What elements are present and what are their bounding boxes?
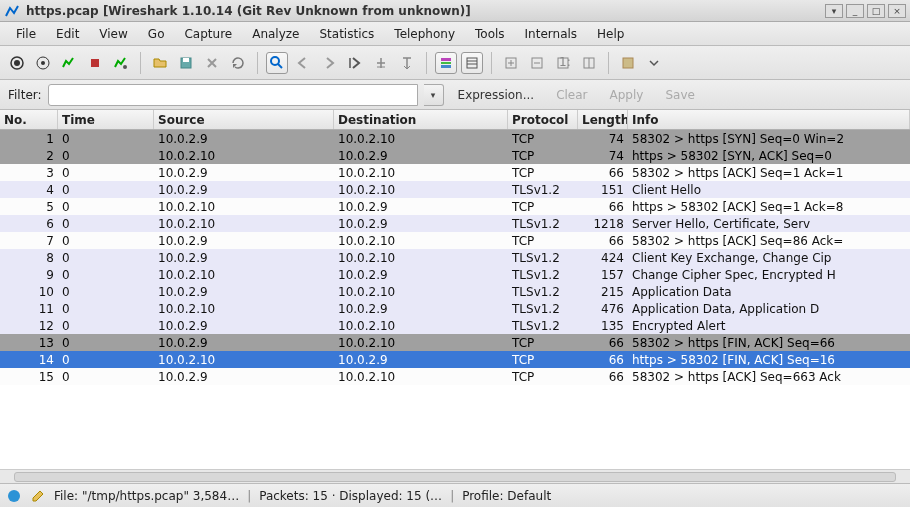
edit-capture-comment-icon[interactable]	[30, 488, 46, 504]
find-icon[interactable]	[266, 52, 288, 74]
cell: 0	[58, 302, 154, 316]
cell: 6	[0, 217, 58, 231]
col-header-time[interactable]: Time	[58, 110, 154, 129]
svg-rect-12	[441, 62, 451, 64]
cell: 14	[0, 353, 58, 367]
col-header-info[interactable]: Info	[628, 110, 910, 129]
capture-filters-icon[interactable]	[617, 52, 639, 74]
cell: 74	[578, 149, 628, 163]
maximize-button[interactable]: □	[867, 4, 885, 18]
table-row[interactable]: 8010.0.2.910.0.2.10TLSv1.2424Client Key …	[0, 249, 910, 266]
cell: 10.0.2.10	[334, 336, 508, 350]
menu-file[interactable]: File	[6, 25, 46, 43]
toolbar: 1:1	[0, 46, 910, 80]
cell: TCP	[508, 234, 578, 248]
clear-filter-button[interactable]: Clear	[548, 88, 595, 102]
svg-point-3	[41, 61, 45, 65]
apply-filter-button[interactable]: Apply	[602, 88, 652, 102]
restart-capture-icon[interactable]	[110, 52, 132, 74]
reload-icon[interactable]	[227, 52, 249, 74]
table-row[interactable]: 12010.0.2.910.0.2.10TLSv1.2135Encrypted …	[0, 317, 910, 334]
save-filter-button[interactable]: Save	[657, 88, 702, 102]
menu-help[interactable]: Help	[587, 25, 634, 43]
svg-point-5	[123, 65, 127, 69]
menu-tools[interactable]: Tools	[465, 25, 515, 43]
go-back-icon[interactable]	[292, 52, 314, 74]
table-row[interactable]: 7010.0.2.910.0.2.10TCP6658302 > https [A…	[0, 232, 910, 249]
col-header-destination[interactable]: Destination	[334, 110, 508, 129]
col-header-length[interactable]: Length	[578, 110, 628, 129]
menu-internals[interactable]: Internals	[515, 25, 588, 43]
table-row[interactable]: 5010.0.2.1010.0.2.9TCP66https > 58302 [A…	[0, 198, 910, 215]
minimize-button[interactable]: _	[846, 4, 864, 18]
packet-list[interactable]: 1010.0.2.910.0.2.10TCP7458302 > https [S…	[0, 130, 910, 409]
cell: 66	[578, 336, 628, 350]
autoscroll-icon[interactable]	[461, 52, 483, 74]
expand-icon[interactable]: ▾	[825, 4, 843, 18]
table-row[interactable]: 11010.0.2.1010.0.2.9TLSv1.2476Applicatio…	[0, 300, 910, 317]
interfaces-icon[interactable]	[6, 52, 28, 74]
filter-dropdown-icon[interactable]: ▾	[424, 84, 444, 106]
close-button[interactable]: ×	[888, 4, 906, 18]
go-last-icon[interactable]	[396, 52, 418, 74]
cell: 10.0.2.10	[334, 370, 508, 384]
menu-go[interactable]: Go	[138, 25, 175, 43]
cell: TCP	[508, 353, 578, 367]
table-row[interactable]: 9010.0.2.1010.0.2.9TLSv1.2157Change Ciph…	[0, 266, 910, 283]
resize-cols-icon[interactable]	[578, 52, 600, 74]
cell: 10.0.2.9	[154, 234, 334, 248]
colorize-icon[interactable]	[435, 52, 457, 74]
table-row[interactable]: 13010.0.2.910.0.2.10TCP6658302 > https […	[0, 334, 910, 351]
cell: 10.0.2.9	[334, 217, 508, 231]
start-capture-icon[interactable]	[58, 52, 80, 74]
menu-statistics[interactable]: Statistics	[309, 25, 384, 43]
col-header-source[interactable]: Source	[154, 110, 334, 129]
cell: 10.0.2.10	[154, 353, 334, 367]
filter-label: Filter:	[8, 88, 42, 102]
stop-capture-icon[interactable]	[84, 52, 106, 74]
cell: 1	[0, 132, 58, 146]
table-row[interactable]: 4010.0.2.910.0.2.10TLSv1.2151Client Hell…	[0, 181, 910, 198]
cell: 0	[58, 217, 154, 231]
open-icon[interactable]	[149, 52, 171, 74]
expression-button[interactable]: Expression...	[450, 88, 543, 102]
zoom-out-icon[interactable]	[526, 52, 548, 74]
cell: 10.0.2.10	[334, 319, 508, 333]
close-file-icon[interactable]	[201, 52, 223, 74]
table-row[interactable]: 1010.0.2.910.0.2.10TCP7458302 > https [S…	[0, 130, 910, 147]
go-first-icon[interactable]	[370, 52, 392, 74]
cell: TLSv1.2	[508, 319, 578, 333]
options-icon[interactable]	[32, 52, 54, 74]
cell: 10.0.2.9	[334, 149, 508, 163]
table-row[interactable]: 2010.0.2.1010.0.2.9TCP74https > 58302 [S…	[0, 147, 910, 164]
cell: 10.0.2.10	[334, 183, 508, 197]
filter-input[interactable]	[48, 84, 418, 106]
cell: 11	[0, 302, 58, 316]
cell: Client Hello	[628, 183, 910, 197]
menu-capture[interactable]: Capture	[174, 25, 242, 43]
zoom-11-icon[interactable]: 1:1	[552, 52, 574, 74]
menu-view[interactable]: View	[89, 25, 137, 43]
cell: 0	[58, 370, 154, 384]
menu-telephony[interactable]: Telephony	[384, 25, 465, 43]
cell: TCP	[508, 132, 578, 146]
zoom-in-icon[interactable]	[500, 52, 522, 74]
table-row[interactable]: 10010.0.2.910.0.2.10TLSv1.2215Applicatio…	[0, 283, 910, 300]
horizontal-scrollbar[interactable]	[0, 469, 910, 483]
save-icon[interactable]	[175, 52, 197, 74]
go-forward-icon[interactable]	[318, 52, 340, 74]
svg-line-9	[278, 64, 282, 68]
expert-info-icon[interactable]	[6, 488, 22, 504]
table-row[interactable]: 15010.0.2.910.0.2.10TCP6658302 > https […	[0, 368, 910, 385]
table-row[interactable]: 14010.0.2.1010.0.2.9TCP66https > 58302 […	[0, 351, 910, 368]
cell: 74	[578, 132, 628, 146]
menu-analyze[interactable]: Analyze	[242, 25, 309, 43]
menu-edit[interactable]: Edit	[46, 25, 89, 43]
col-header-no[interactable]: No.	[0, 110, 58, 129]
more-icon[interactable]	[643, 52, 665, 74]
col-header-protocol[interactable]: Protocol	[508, 110, 578, 129]
table-row[interactable]: 3010.0.2.910.0.2.10TCP6658302 > https [A…	[0, 164, 910, 181]
go-packet-icon[interactable]	[344, 52, 366, 74]
cell: Change Cipher Spec, Encrypted H	[628, 268, 910, 282]
table-row[interactable]: 6010.0.2.1010.0.2.9TLSv1.21218Server Hel…	[0, 215, 910, 232]
